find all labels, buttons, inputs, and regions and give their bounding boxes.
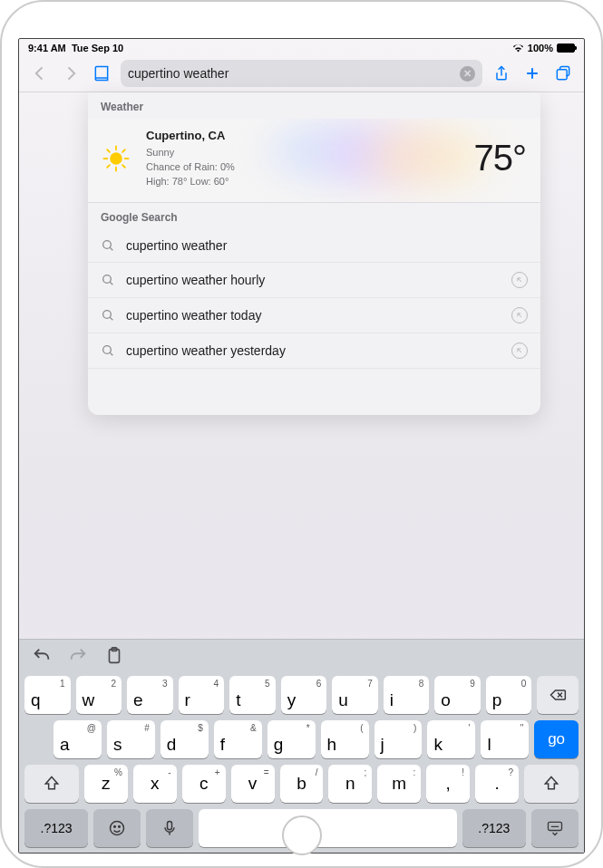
search-icon: [101, 308, 115, 323]
key-.[interactable]: ?.: [475, 765, 519, 803]
status-bar: 9:41 AM Tue Sep 10 100%: [19, 39, 584, 55]
suggestion-text: cupertino weather yesterday: [126, 343, 286, 358]
svg-line-11: [107, 165, 110, 168]
fill-arrow-icon[interactable]: [511, 272, 528, 288]
suggestion-row[interactable]: cupertino weather: [88, 229, 540, 263]
svg-point-3: [110, 152, 122, 165]
key-g[interactable]: *g: [267, 720, 316, 758]
key-a[interactable]: @a: [53, 720, 102, 758]
status-time: 9:41 AM: [28, 43, 66, 53]
address-bar[interactable]: ✕: [121, 60, 482, 87]
suggestion-text: cupertino weather today: [126, 308, 261, 323]
home-button[interactable]: [282, 815, 322, 855]
svg-line-10: [122, 149, 125, 152]
weather-card[interactable]: Cupertino, CA Sunny Chance of Rain: 0% H…: [88, 119, 540, 202]
key-n[interactable]: ;n: [328, 765, 372, 803]
suggestion-text: cupertino weather hourly: [126, 273, 265, 287]
key-q[interactable]: 1q: [24, 676, 71, 714]
key-d[interactable]: $d: [160, 720, 209, 758]
new-tab-button[interactable]: [520, 62, 544, 85]
key-j[interactable]: )j: [374, 720, 423, 758]
space-key[interactable]: [199, 809, 457, 847]
weather-header: Weather: [88, 92, 540, 119]
dismiss-keyboard-key[interactable]: [531, 809, 579, 847]
share-button[interactable]: [490, 62, 513, 85]
redo-button[interactable]: [68, 646, 88, 666]
weather-temp: 75°: [474, 138, 527, 178]
sun-icon: [102, 145, 130, 172]
svg-point-29: [119, 826, 121, 828]
key-r[interactable]: 4r: [179, 676, 225, 714]
google-header: Google Search: [88, 202, 540, 229]
tabs-button[interactable]: [551, 62, 575, 85]
search-input[interactable]: [128, 66, 454, 81]
key-i[interactable]: 8i: [384, 676, 430, 714]
suggestions-panel: Weather Cupertino, CA Sunny Chance of Ra…: [88, 92, 540, 415]
fill-arrow-icon[interactable]: [511, 342, 528, 359]
svg-line-22: [518, 349, 521, 352]
svg-line-16: [518, 278, 521, 282]
key-w[interactable]: 2w: [76, 676, 122, 714]
shift-key-right[interactable]: [524, 765, 579, 803]
search-icon: [101, 238, 115, 253]
status-date: Tue Sep 10: [72, 43, 123, 53]
search-icon: [101, 273, 115, 287]
battery-icon: [557, 43, 575, 53]
browser-toolbar: ✕: [19, 55, 584, 92]
svg-point-28: [114, 826, 116, 828]
wifi-icon: [512, 43, 524, 53]
backspace-key[interactable]: [537, 676, 579, 714]
suggestion-row[interactable]: cupertino weather hourly: [88, 263, 540, 298]
weather-condition: Sunny: [146, 146, 235, 160]
symbols-key-right[interactable]: .?123: [462, 809, 526, 847]
forward-button[interactable]: [59, 62, 83, 85]
svg-rect-30: [168, 822, 172, 830]
key-m[interactable]: :m: [377, 765, 421, 803]
weather-hilo: High: 78° Low: 60°: [146, 175, 235, 189]
svg-line-19: [518, 313, 521, 317]
key-c[interactable]: +c: [182, 765, 226, 803]
go-key[interactable]: go: [534, 720, 579, 758]
emoji-key[interactable]: [93, 809, 141, 847]
svg-rect-2: [557, 70, 567, 80]
key-t[interactable]: 5t: [229, 676, 276, 714]
key-y[interactable]: 6y: [281, 676, 327, 714]
svg-point-14: [103, 275, 112, 283]
key-v[interactable]: =v: [231, 765, 275, 803]
back-button[interactable]: [28, 62, 52, 85]
key-f[interactable]: &f: [214, 720, 262, 758]
key-k[interactable]: 'k: [427, 720, 475, 758]
symbols-key[interactable]: .?123: [24, 809, 88, 847]
svg-line-9: [122, 165, 125, 168]
key-e[interactable]: 3e: [127, 676, 173, 714]
svg-line-13: [110, 247, 112, 250]
key-x[interactable]: -x: [133, 765, 177, 803]
bookmarks-button[interactable]: [90, 62, 113, 85]
undo-button[interactable]: [32, 646, 52, 666]
svg-point-27: [111, 822, 124, 835]
weather-rain: Chance of Rain: 0%: [146, 160, 235, 175]
key-b[interactable]: /b: [280, 765, 324, 803]
shift-key[interactable]: [24, 765, 79, 803]
fill-arrow-icon[interactable]: [511, 307, 528, 323]
key-o[interactable]: 9o: [434, 676, 481, 714]
key-z[interactable]: %z: [84, 765, 128, 803]
clipboard-button[interactable]: [104, 646, 124, 666]
svg-line-18: [110, 317, 112, 320]
key-l[interactable]: "l: [481, 720, 529, 758]
key-u[interactable]: 7u: [332, 676, 378, 714]
suggestion-row[interactable]: cupertino weather today: [88, 298, 540, 333]
key-p[interactable]: 0p: [486, 676, 532, 714]
weather-location: Cupertino, CA: [146, 128, 235, 145]
suggestion-row[interactable]: cupertino weather yesterday: [88, 333, 540, 368]
key-,[interactable]: !,: [426, 765, 470, 803]
dictation-key[interactable]: [146, 809, 193, 847]
search-icon: [101, 343, 115, 358]
key-h[interactable]: (h: [321, 720, 369, 758]
svg-point-12: [103, 240, 112, 248]
clear-icon[interactable]: ✕: [460, 66, 475, 82]
key-s[interactable]: #s: [107, 720, 155, 758]
svg-line-21: [110, 352, 112, 355]
svg-line-15: [110, 282, 112, 285]
suggestion-text: cupertino weather: [126, 238, 227, 253]
